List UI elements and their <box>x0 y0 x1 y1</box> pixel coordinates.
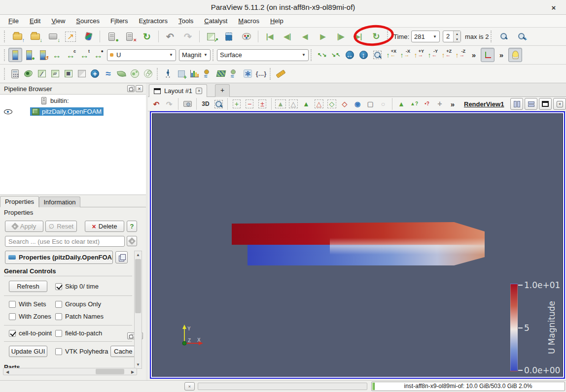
save-data[interactable]: ↓ <box>44 29 61 44</box>
disconnect-server[interactable]: × <box>121 29 138 44</box>
rescale-to-custom-range[interactable]: ↔c <box>64 48 77 62</box>
stream-tracer[interactable]: ≈ <box>102 66 115 81</box>
subtract-selection[interactable]: − <box>243 98 256 110</box>
scroll-left-icon[interactable]: ◀ <box>5 370 10 374</box>
properties-float-button[interactable] <box>127 332 135 339</box>
view-toolbar-overfl[interactable]: » <box>446 98 459 110</box>
edit-color-palette[interactable] <box>238 29 255 44</box>
slice[interactable]: ▱ <box>48 66 62 81</box>
view-plus-y[interactable]: ↑→+Y <box>412 48 425 62</box>
group-datasets[interactable] <box>128 66 142 81</box>
frame-spinbox[interactable]: 2 ▲ ▼ <box>443 31 461 42</box>
view-plus-z[interactable]: ↑←+Z <box>439 48 453 62</box>
pipeline-close-button[interactable] <box>136 85 143 92</box>
view-minus-x[interactable]: ↑→-X <box>398 48 412 62</box>
select-cells-through[interactable]: ▲ <box>300 98 313 110</box>
connect-server[interactable]: ● <box>103 29 120 44</box>
close-tab-icon[interactable] <box>196 88 202 94</box>
cell-to-point-checkbox[interactable] <box>9 330 16 337</box>
auto-apply[interactable] <box>220 29 237 44</box>
last-frame[interactable]: ▶| <box>350 29 367 44</box>
extract-selection[interactable]: + <box>175 66 188 81</box>
component-combo[interactable]: Magnitude ▼ <box>179 49 211 61</box>
search-options-button[interactable] <box>127 236 137 246</box>
vtk-polyhedra-checkbox[interactable] <box>55 348 62 355</box>
renderview-name[interactable]: RenderView1 <box>464 100 504 108</box>
reset-camera-closest[interactable]: ↔ <box>343 48 356 62</box>
camera-undo[interactable]: ↶ <box>150 98 163 110</box>
scroll-down-icon[interactable]: ▼ <box>136 362 141 367</box>
split-vertical-button[interactable] <box>525 98 537 110</box>
properties-horizontal-scrollbar[interactable]: ◀ ▶ <box>3 368 137 375</box>
patch-names-checkbox[interactable] <box>55 313 62 320</box>
extract-block[interactable] <box>142 66 155 81</box>
menu-tools[interactable]: Tools <box>173 16 199 26</box>
tab-layout-1[interactable]: Layout #1 <box>149 84 207 97</box>
view-minus-y[interactable]: ↑←-Y <box>425 48 439 62</box>
next-frame[interactable]: |▶ <box>332 29 349 44</box>
extract-subset[interactable] <box>75 66 88 81</box>
tab-properties[interactable]: Properties <box>0 196 39 207</box>
reset-session[interactable]: ↻ <box>139 29 155 44</box>
visibility-eye-icon[interactable] <box>4 108 12 115</box>
new-layout-tab[interactable]: + <box>215 84 230 97</box>
find-data-add[interactable]: + <box>513 29 530 44</box>
warp-by-vector[interactable] <box>115 66 128 81</box>
export-scene[interactable]: ↗ <box>62 29 79 44</box>
light-kit-toggle[interactable] <box>508 48 522 62</box>
toggle-color-legend[interactable] <box>8 48 22 62</box>
apply-button[interactable]: Apply <box>5 221 43 232</box>
ruler[interactable] <box>274 66 287 81</box>
menu-edit[interactable]: Edit <box>24 16 46 26</box>
undo[interactable]: ↶ <box>162 29 178 44</box>
maximize-view-button[interactable] <box>539 98 552 110</box>
play-forward[interactable]: ▶ <box>315 29 331 44</box>
threshold[interactable]: ▦ <box>62 66 75 81</box>
calculator[interactable] <box>8 66 22 81</box>
menu-filters[interactable]: Filters <box>105 16 133 26</box>
use-separate-color-map[interactable]: ↺ <box>36 48 50 62</box>
glyph[interactable]: + <box>88 66 102 81</box>
histogram[interactable] <box>188 66 201 81</box>
save-extracts[interactable] <box>80 29 97 44</box>
search-input[interactable] <box>5 236 125 247</box>
representation-combo[interactable]: Surface ▼ <box>217 49 309 61</box>
rescale-to-temporal-range[interactable]: ↔t <box>77 48 91 62</box>
select-block[interactable]: ▲ <box>395 98 408 110</box>
python-calculator[interactable]: {…} <box>254 66 268 81</box>
frame-up-button[interactable]: ▲ <box>454 31 460 36</box>
previous-frame[interactable]: ◀| <box>279 29 296 44</box>
programmable-filter[interactable]: ∗ <box>241 66 254 81</box>
groups-only-checkbox[interactable] <box>55 301 62 308</box>
close-view-button[interactable] <box>553 98 566 110</box>
select-points-on[interactable]: △ <box>287 98 300 110</box>
selected-source-row[interactable]: pitzDaily.OpenFOAM <box>30 107 104 116</box>
select-cells-on[interactable]: ▲ <box>274 98 287 110</box>
open-file[interactable]: ↑ <box>9 29 26 44</box>
view-minus-z[interactable]: ↑→-Z <box>453 48 467 62</box>
capture-screenshot[interactable] <box>181 98 194 110</box>
color-field-combo[interactable]: U ▼ <box>107 49 176 61</box>
menu-view[interactable]: View <box>46 16 71 26</box>
interactive-select-cells[interactable]: ◉ <box>351 98 364 110</box>
tab-information[interactable]: Information <box>39 196 80 207</box>
find-data[interactable] <box>495 29 512 44</box>
play-backward[interactable]: ◀ <box>297 29 314 44</box>
clip[interactable]: ∕ <box>35 66 48 81</box>
horizontal-scroll-thumb[interactable] <box>96 369 124 374</box>
view-plus-x[interactable]: ↑←+X <box>384 48 398 62</box>
viewport-canvas[interactable]: Y Z X 1.0e+01 5 0.0e+00 U Magnitude <box>152 113 563 377</box>
first-frame[interactable]: |◀ <box>261 29 278 44</box>
plot-over-time[interactable] <box>201 66 214 81</box>
refresh-button[interactable]: Refresh <box>9 281 47 292</box>
render-viewport[interactable]: Y Z X 1.0e+01 5 0.0e+00 U Magnitude <box>150 111 565 379</box>
field-to-patch-checkbox[interactable] <box>55 330 62 337</box>
axes-toolbar-overflow[interactable]: » <box>495 48 508 62</box>
zoom-closest-to-data[interactable]: ↕ <box>356 48 370 62</box>
scroll-up-icon[interactable]: ▲ <box>136 253 141 257</box>
reset-button[interactable]: ∅ Reset <box>45 221 77 232</box>
save-state[interactable]: ↓ <box>27 29 43 44</box>
zoom-to-data[interactable]: ↘↖ <box>329 48 343 62</box>
probe-location[interactable] <box>161 66 175 81</box>
reset-camera[interactable]: ↖↘ <box>315 48 329 62</box>
